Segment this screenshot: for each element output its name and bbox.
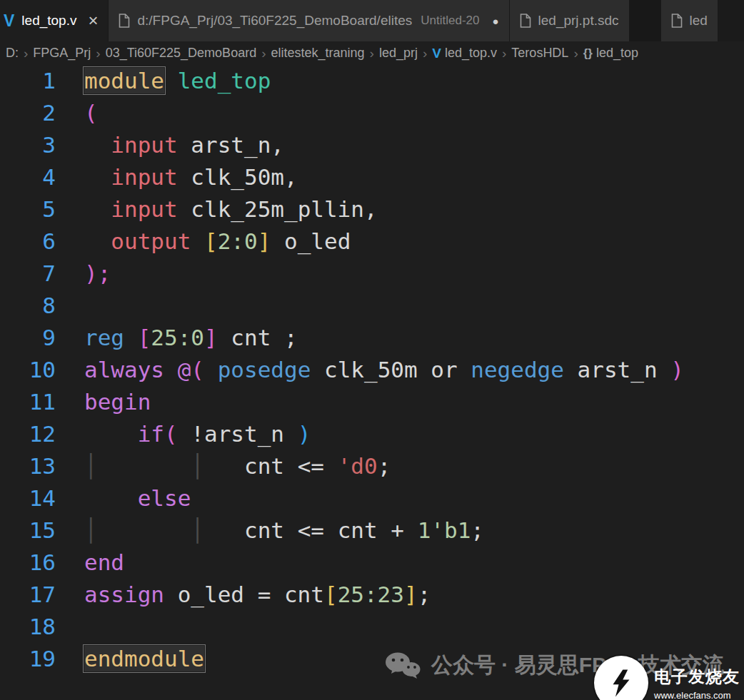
close-tab-icon[interactable]: × xyxy=(88,12,98,29)
code-line[interactable]: 13│ │ cnt <= 'd0; xyxy=(0,450,744,482)
code-token: ; xyxy=(418,582,431,607)
line-number: 8 xyxy=(0,290,56,322)
code-token: [ xyxy=(324,582,338,607)
verilog-file-icon: V xyxy=(4,13,14,29)
code-token: ; xyxy=(471,517,484,543)
code-line-text xyxy=(56,290,84,322)
code-token xyxy=(191,228,204,254)
modified-dot-icon[interactable]: ● xyxy=(492,15,498,27)
code-line-text xyxy=(56,611,84,643)
code-line[interactable]: 4 input clk_50m, xyxy=(0,161,744,193)
code-line[interactable]: 7); xyxy=(0,258,744,290)
code-token: 2:0 xyxy=(218,228,258,254)
breadcrumb-label: led_top.v xyxy=(445,46,497,61)
breadcrumb-separator: › xyxy=(370,46,374,61)
code-token: !arst_n xyxy=(178,421,298,447)
code-token: ] xyxy=(258,228,271,254)
code-line-text: begin xyxy=(56,386,151,418)
code-token: ] xyxy=(404,582,418,607)
tab-description: Untitled-20 xyxy=(421,14,479,28)
code-token: assign xyxy=(84,582,164,607)
code-token: 25:23 xyxy=(338,582,404,607)
tab-label: led_prj.pt.sdc xyxy=(538,13,619,29)
line-number: 10 xyxy=(0,354,56,386)
line-number: 18 xyxy=(0,611,56,643)
code-line-text: module led_top xyxy=(56,65,271,97)
code-token: ( xyxy=(164,421,178,447)
tab-label: d:/FPGA_Prj/03_Ti60F225_DemoBoard/elites xyxy=(137,13,412,29)
vscode-window: Vled_top.v×d:/FPGA_Prj/03_Ti60F225_DemoB… xyxy=(0,0,744,700)
code-token: @ xyxy=(178,357,191,382)
code-token: ; xyxy=(378,453,391,479)
breadcrumb-item[interactable]: led_prj xyxy=(379,46,418,61)
breadcrumb-label: 03_Ti60F225_DemoBoard xyxy=(106,46,256,61)
code-token: cnt ; xyxy=(218,325,298,350)
code-line-text: ( xyxy=(56,97,98,129)
code-token: cnt <= cnt + xyxy=(244,517,418,543)
elecfans-logo: 电子发烧友 www.elecfans.com xyxy=(594,656,740,700)
line-number: 1 xyxy=(0,65,56,97)
breadcrumb-item[interactable]: D: xyxy=(6,46,19,61)
code-line[interactable]: 9reg [25:0] cnt ; xyxy=(0,322,744,354)
code-token xyxy=(204,453,244,479)
tab-untitled-20[interactable]: d:/FPGA_Prj/03_Ti60F225_DemoBoard/elites… xyxy=(109,0,509,41)
code-token: begin xyxy=(84,389,151,415)
breadcrumb-label: TerosHDL xyxy=(511,46,568,61)
code-token: ] xyxy=(204,325,218,350)
code-line[interactable]: 16end xyxy=(0,547,744,579)
breadcrumb-item[interactable]: elitestek_traning xyxy=(271,46,364,61)
tab-bar: Vled_top.v×d:/FPGA_Prj/03_Ti60F225_DemoB… xyxy=(0,0,744,41)
code-line[interactable]: 17assign o_led = cnt[25:23]; xyxy=(0,579,744,611)
code-line[interactable]: 12 if( !arst_n ) xyxy=(0,418,744,450)
breadcrumb-item[interactable]: Vled_top.v xyxy=(432,46,497,61)
code-line[interactable]: 1module led_top xyxy=(0,65,744,97)
line-number: 11 xyxy=(0,386,56,418)
code-line[interactable]: 8 xyxy=(0,290,744,322)
breadcrumb-item[interactable]: 03_Ti60F225_DemoBoard xyxy=(106,46,256,61)
code-token xyxy=(84,228,111,254)
tab-led_prj.pt.sdc[interactable]: led_prj.pt.sdc xyxy=(510,0,630,41)
code-line-text: reg [25:0] cnt ; xyxy=(56,322,298,354)
code-token: negedge xyxy=(471,357,564,382)
code-token: input xyxy=(111,196,177,222)
code-token: o_led = cnt xyxy=(164,582,324,607)
code-token: │ xyxy=(191,453,204,479)
breadcrumb-separator: › xyxy=(423,46,427,61)
code-token: │ xyxy=(84,453,98,479)
code-token: input xyxy=(111,164,177,190)
line-number: 13 xyxy=(0,450,56,482)
tab-led[interactable]: led xyxy=(661,0,718,41)
code-line[interactable]: 6 output [2:0] o_led xyxy=(0,225,744,258)
breadcrumb-label: FPGA_Prj xyxy=(33,46,91,61)
line-number: 7 xyxy=(0,258,56,290)
elecfans-url: www.elecfans.com xyxy=(654,690,740,700)
code-line-text: always @( posedge clk_50m or negedge ars… xyxy=(56,354,684,386)
line-number: 3 xyxy=(0,129,56,161)
file-icon xyxy=(520,14,531,28)
code-token xyxy=(204,357,218,382)
code-line[interactable]: 14 else xyxy=(0,482,744,514)
code-line-text: │ │ cnt <= 'd0; xyxy=(56,450,391,482)
code-line[interactable]: 5 input clk_25m_pllin, xyxy=(0,193,744,225)
tab-label: led xyxy=(690,13,708,29)
code-line[interactable]: 2( xyxy=(0,97,744,129)
code-token: output xyxy=(111,228,191,254)
code-editor[interactable]: 1module led_top2(3 input arst_n,4 input … xyxy=(0,65,744,675)
code-line[interactable]: 18 xyxy=(0,611,744,643)
code-line-text: ); xyxy=(56,258,111,290)
tab-group-gap xyxy=(630,0,661,41)
breadcrumb-label: D: xyxy=(6,46,19,61)
breadcrumb-item[interactable]: {}led_top xyxy=(583,46,638,61)
code-line[interactable]: 15│ │ cnt <= cnt + 1'b1; xyxy=(0,514,744,547)
code-line[interactable]: 10always @( posedge clk_50m or negedge a… xyxy=(0,354,744,386)
code-line-text: assign o_led = cnt[25:23]; xyxy=(56,579,431,611)
breadcrumb-item[interactable]: FPGA_Prj xyxy=(33,46,91,61)
breadcrumb-separator: › xyxy=(573,46,578,61)
code-line[interactable]: 3 input arst_n, xyxy=(0,129,744,161)
code-line[interactable]: 11begin xyxy=(0,386,744,418)
breadcrumb-item[interactable]: TerosHDL xyxy=(511,46,568,61)
code-token xyxy=(84,196,111,222)
code-token xyxy=(98,453,191,479)
tab-led_top.v[interactable]: Vled_top.v× xyxy=(0,0,109,41)
code-token: clk_25m_pllin, xyxy=(178,196,378,222)
